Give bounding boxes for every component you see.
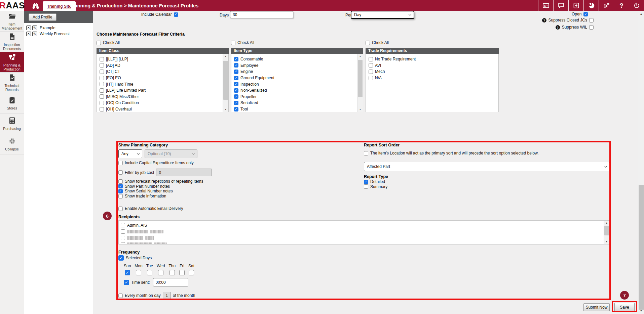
sidebar-item-collapse[interactable]: Collapse [0, 134, 24, 154]
llp-llp-checkbox[interactable] [100, 57, 104, 61]
settings-icon-button[interactable] [599, 0, 614, 11]
show-forecast-repetitions-of-repeating-items-checkbox[interactable] [118, 179, 123, 184]
help-circle-icon[interactable]: ? [542, 18, 546, 23]
save-button[interactable]: Save [614, 303, 635, 311]
delete-profile-icon[interactable]: × [26, 32, 31, 36]
check-all-checkbox[interactable] [97, 41, 101, 45]
misc-misc-other-checkbox[interactable] [100, 94, 104, 99]
location-sort-checkbox[interactable] [364, 151, 368, 155]
summary-checkbox[interactable] [364, 184, 368, 189]
include-calendar-checkbox[interactable]: ✓ [174, 12, 178, 17]
oc-on-condition-checkbox[interactable] [100, 101, 104, 105]
selected-days-checkbox[interactable]: ✓ [118, 255, 124, 261]
sidebar-item-planning-production[interactable]: Planning & Production [0, 52, 24, 73]
scroll-up-icon[interactable]: ▲ [223, 54, 228, 59]
engine-checkbox[interactable]: ✓ [234, 70, 238, 74]
monthly-checkbox[interactable] [118, 294, 123, 298]
time-sent-checkbox[interactable]: ✓ [124, 280, 129, 285]
serialized-checkbox[interactable]: ✓ [234, 101, 238, 105]
day-tue-checkbox[interactable] [147, 270, 152, 275]
sidebar-item-inspection-documents[interactable]: Inspection Documents [0, 32, 24, 52]
help-circle-icon[interactable]: ? [556, 25, 560, 30]
day-sat-checkbox[interactable] [189, 270, 194, 275]
scroll-up-icon[interactable]: ▲ [357, 54, 363, 59]
sidebar-item-stores[interactable]: Stores [0, 93, 24, 114]
scroll-up-icon[interactable]: ▲ [638, 12, 644, 16]
scroll-down-icon[interactable]: ▼ [223, 107, 228, 112]
list-scrollbar[interactable]: ▲▼ [223, 54, 228, 112]
job-cost-checkbox[interactable] [118, 170, 123, 175]
consumable-checkbox[interactable]: ✓ [234, 57, 238, 61]
scrollbar-thumb[interactable] [358, 60, 363, 97]
time-sent-input[interactable] [153, 278, 188, 286]
add-icon-button[interactable] [568, 0, 583, 11]
check-all-checkbox[interactable] [366, 41, 370, 45]
sidebar-item-purchasing[interactable]: Purchasing [0, 114, 24, 134]
sidebar-item-technical-records[interactable]: Technical Records [0, 73, 24, 93]
list-scrollbar[interactable]: ▲▼ [357, 54, 363, 112]
capex-checkbox[interactable] [118, 161, 123, 165]
recipient-checkbox[interactable] [121, 229, 125, 234]
suppress-wil-checkbox[interactable] [589, 25, 594, 30]
propeller-checkbox[interactable]: ✓ [234, 94, 238, 99]
days-input[interactable] [230, 11, 293, 18]
edit-profile-icon[interactable]: ✎ [32, 32, 37, 36]
day-sun-checkbox[interactable]: ✓ [125, 270, 130, 275]
add-profile-button[interactable]: Add Profile [29, 13, 56, 21]
id-card-icon-button[interactable] [538, 0, 553, 11]
recipient-checkbox[interactable] [121, 242, 125, 244]
scroll-up-icon[interactable]: ▲ [604, 221, 609, 225]
profile-name[interactable]: Weekly Forecast [40, 32, 70, 36]
tool-checkbox[interactable]: ✓ [234, 107, 238, 111]
ct-ct-checkbox[interactable] [100, 70, 104, 74]
open-checkbox[interactable]: ✓ [583, 12, 588, 16]
check-all-checkbox[interactable] [231, 41, 235, 45]
email-delivery-checkbox[interactable] [118, 207, 123, 211]
edit-profile-icon[interactable]: ✎ [32, 26, 37, 30]
monthly-day-input[interactable] [163, 292, 171, 299]
ground-equipment-checkbox[interactable]: ✓ [234, 76, 238, 80]
scroll-down-icon[interactable]: ▼ [357, 107, 363, 112]
eo-eo-checkbox[interactable] [100, 76, 104, 80]
avi-checkbox[interactable] [369, 63, 373, 68]
show-part-number-notes-checkbox[interactable]: ✓ [118, 184, 123, 188]
day-wed-checkbox[interactable] [158, 270, 163, 275]
chat-icon-button[interactable] [553, 0, 568, 11]
recipients-scrollbar[interactable]: ▲ ▼ [604, 221, 609, 244]
day-mon-checkbox[interactable] [136, 270, 141, 275]
ad-ad-checkbox[interactable] [100, 63, 104, 68]
recipient-checkbox[interactable] [121, 223, 125, 227]
scrollbar-thumb[interactable] [223, 61, 228, 100]
submit-now-button[interactable]: Submit Now [583, 303, 610, 311]
pie-chart-icon-button[interactable] [583, 0, 599, 11]
scrollbar-thumb[interactable] [604, 226, 609, 235]
help-icon-button[interactable]: ? [614, 0, 629, 11]
show-serial-number-notes-checkbox[interactable]: ✓ [118, 189, 123, 193]
delete-profile-icon[interactable]: × [26, 26, 31, 30]
n-a-checkbox[interactable] [369, 76, 373, 80]
raas-logo[interactable]: RAAS [0, 0, 24, 11]
page-scrollbar[interactable]: ▲ ▼ [638, 11, 644, 314]
day-fri-checkbox[interactable] [179, 270, 185, 275]
ht-hard-time-checkbox[interactable] [100, 82, 104, 86]
scroll-down-icon[interactable]: ▼ [638, 309, 644, 313]
scroll-down-icon[interactable]: ▼ [604, 239, 609, 244]
scrollbar-thumb[interactable] [639, 185, 644, 310]
per-select[interactable]: Day [351, 11, 414, 19]
binoculars-icon[interactable] [32, 2, 40, 10]
recipient-checkbox[interactable] [121, 236, 125, 240]
oh-overhaul-checkbox[interactable] [100, 107, 104, 111]
mech-checkbox[interactable] [369, 70, 373, 74]
detailed-checkbox[interactable]: ✓ [364, 180, 368, 184]
planning-any-select[interactable]: Any [118, 149, 142, 158]
non-serialized-checkbox[interactable]: ✓ [234, 88, 238, 93]
employee-checkbox[interactable]: ✓ [234, 63, 238, 68]
show-trade-information-checkbox[interactable] [118, 194, 123, 198]
day-thu-checkbox[interactable] [169, 270, 175, 275]
no-trade-requirement-checkbox[interactable] [369, 57, 373, 61]
inspection-checkbox[interactable]: ✓ [234, 82, 238, 86]
sort-order-select[interactable]: Affected Part [364, 162, 610, 171]
llp-life-limited-part-checkbox[interactable] [100, 88, 104, 93]
job-cost-input[interactable] [156, 169, 212, 176]
profile-name[interactable]: Example [40, 26, 55, 30]
